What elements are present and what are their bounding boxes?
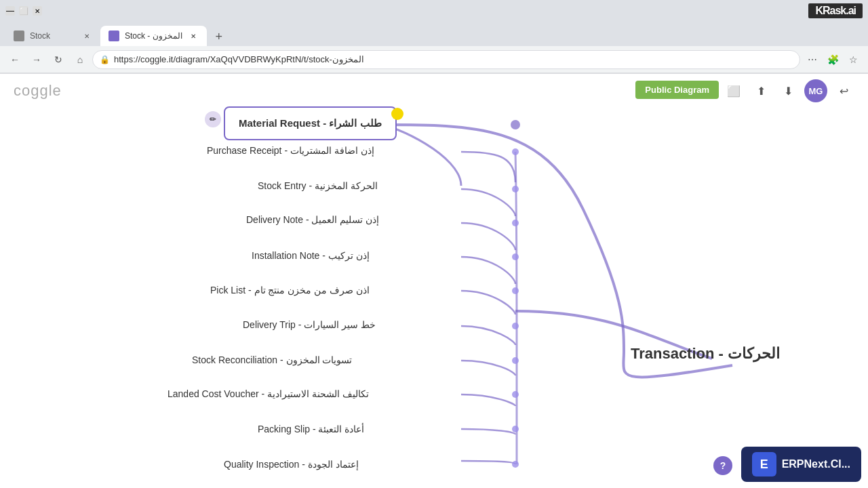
branch-delivery-trip[interactable]: Delivery Trip - خط سير السيارات: [243, 319, 376, 330]
toolbar-right: ⬜ ⬆ ⬇ MG ↩: [723, 79, 854, 102]
upload-button[interactable]: ⬆: [750, 80, 772, 102]
mindmap-connections: [0, 74, 868, 488]
refresh-button[interactable]: ↻: [49, 50, 68, 69]
address-text: https://coggle.it/diagram/XaQqVVDBRWyKpR…: [114, 54, 793, 64]
coggle-logo: coggle: [14, 82, 62, 100]
krask-logo: KRask.ai: [808, 3, 863, 18]
branch-delivery-note[interactable]: Delivery Note - إذن تسليم العميل: [246, 214, 379, 225]
central-node[interactable]: Material Request - طلب الشراء: [224, 106, 397, 140]
branch-purchase-receipt[interactable]: Purchase Receipt - إذن اضافة المشتريات: [207, 145, 374, 156]
erpnext-badge[interactable]: E ERPNext.Cl...: [741, 447, 861, 482]
more-button[interactable]: ⋯: [803, 50, 822, 69]
svg-point-1: [512, 186, 519, 192]
main-content: coggle Public Diagram ⬜ ⬆ ⬇ MG ↩: [0, 74, 868, 488]
transaction-node[interactable]: Transaction - الحركات: [631, 345, 780, 363]
svg-point-2: [512, 220, 519, 226]
svg-point-10: [511, 120, 520, 129]
cursor-indicator: [391, 108, 403, 120]
new-tab-button[interactable]: +: [210, 27, 229, 46]
tab-favicon-1: [14, 30, 24, 41]
browser-chrome: — ⬜ ✕ KRask.ai Stock ✕ Stock - المخزون ✕…: [0, 0, 868, 74]
bookmark-button[interactable]: ☆: [844, 50, 863, 69]
user-avatar[interactable]: MG: [804, 79, 827, 102]
close-button[interactable]: ✕: [33, 6, 42, 16]
svg-point-8: [512, 426, 519, 432]
minimize-button[interactable]: —: [5, 6, 15, 16]
branch-pick-list[interactable]: Pick List - اذن صرف من مخزن منتج تام: [210, 285, 370, 296]
back-button[interactable]: ←: [5, 50, 24, 69]
home-button[interactable]: ⌂: [71, 50, 90, 69]
tab-stock-old[interactable]: Stock ✕: [5, 26, 100, 46]
branch-installation-note[interactable]: Installation Note - إذن تركيب: [252, 250, 370, 261]
tab-close-1[interactable]: ✕: [81, 30, 92, 41]
nav-actions: ⋯ 🧩 ☆: [803, 50, 863, 69]
svg-point-7: [512, 391, 519, 398]
branch-landed-cost-voucher[interactable]: Landed Cost Voucher - تكاليف الشحنة الاس…: [167, 388, 369, 399]
branch-stock-reconciliation[interactable]: Stock Reconciliation - تسويات المخزون: [192, 354, 352, 365]
svg-point-9: [512, 461, 519, 468]
tabs-bar: Stock ✕ Stock - المخزون ✕ +: [0, 22, 868, 46]
svg-point-5: [512, 323, 519, 329]
tab-label-1: Stock: [30, 31, 50, 41]
tab-stock-arabic[interactable]: Stock - المخزون ✕: [100, 26, 207, 46]
extensions-button[interactable]: 🧩: [823, 50, 842, 69]
address-bar[interactable]: 🔒 https://coggle.it/diagram/XaQqVVDBRWyK…: [92, 50, 800, 69]
svg-point-4: [512, 287, 519, 294]
erpnext-label: ERPNext.Cl...: [782, 458, 850, 470]
edit-icon[interactable]: ✏: [205, 111, 221, 127]
lock-icon: 🔒: [100, 55, 110, 64]
erpnext-icon: E: [752, 452, 776, 476]
branch-stock-entry[interactable]: Stock Entry - الحركة المخزنية: [258, 180, 378, 191]
tab-close-2[interactable]: ✕: [188, 30, 199, 41]
maximize-button[interactable]: ⬜: [19, 6, 28, 16]
tab-favicon-2: [108, 30, 119, 41]
svg-point-3: [512, 253, 519, 260]
help-button[interactable]: ?: [713, 456, 732, 475]
fullscreen-button[interactable]: ⬜: [723, 80, 745, 102]
forward-button[interactable]: →: [27, 50, 46, 69]
window-controls: — ⬜ ✕: [5, 6, 42, 16]
branch-quality-inspection[interactable]: Quality Inspection - إعتماد الجودة: [224, 459, 359, 470]
svg-point-6: [512, 357, 519, 364]
undo-button[interactable]: ↩: [833, 80, 854, 102]
svg-point-0: [512, 148, 519, 155]
nav-bar: ← → ↻ ⌂ 🔒 https://coggle.it/diagram/XaQq…: [0, 46, 868, 73]
tab-label-2: Stock - المخزون: [125, 31, 182, 41]
central-node-label: Material Request - طلب الشراء: [239, 117, 382, 129]
title-bar: — ⬜ ✕ KRask.ai: [0, 0, 868, 22]
download-button[interactable]: ⬇: [777, 80, 799, 102]
public-diagram-button[interactable]: Public Diagram: [635, 81, 719, 99]
branch-packing-slip[interactable]: Packing Slip - أعادة التعبئة: [258, 424, 364, 434]
